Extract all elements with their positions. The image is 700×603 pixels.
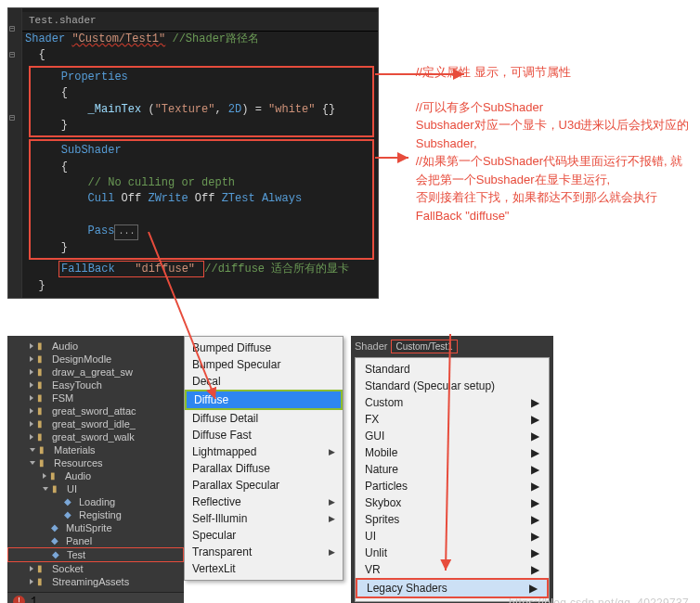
expand-icon[interactable] [30,434,33,440]
code-editor[interactable]: ⊟ ⊟ ⊟ Test.shader Shader "Custom/Test1" … [7,7,379,299]
tree-item[interactable]: ▮Audio [7,469,184,482]
collapse-icon[interactable] [43,487,48,491]
menu-item[interactable]: Parallax Diffuse [185,460,343,477]
status-bar: ! 1 [7,592,184,603]
menu-item[interactable]: Unlit▶ [356,545,549,561]
menu-item[interactable]: Standard (Specular setup) [356,378,549,394]
editor-tab[interactable]: Test.shader [8,12,378,32]
expand-icon[interactable] [30,369,33,375]
tree-item-label: StreamingAssets [52,576,129,587]
menu-item[interactable]: Nature▶ [356,461,549,478]
menu-item[interactable]: Parallax Specular [185,477,343,494]
tree-item[interactable]: ▮draw_a_great_sw [7,366,184,378]
menu-item-legacy-shaders[interactable]: Legacy Shaders▶ [356,578,549,598]
menu-item[interactable]: Sprites▶ [356,511,549,528]
tree-item[interactable]: ◆Test [7,547,184,562]
expand-icon[interactable] [30,343,33,349]
menu-item[interactable]: Bumped Diffuse [185,340,343,356]
tree-item-label: Panel [66,535,92,546]
error-count: 1 [31,596,37,603]
expand-icon[interactable] [30,356,33,362]
folder-icon: ▮ [37,366,48,377]
menu-item[interactable]: Diffuse [185,390,343,410]
expand-icon[interactable] [30,395,33,401]
tree-item[interactable]: ▮StreamingAssets [7,575,184,588]
error-icon[interactable]: ! [13,596,25,603]
menu-item-label: Custom [365,396,403,409]
menu-item[interactable]: Reflective▶ [185,494,343,510]
collapse-icon[interactable] [30,448,35,452]
fold-plus-icon[interactable]: ⊟ [9,112,15,123]
tree-item[interactable]: ▮DesignModle [7,353,184,366]
menu-item[interactable]: Particles▶ [356,478,549,494]
collapse-icon[interactable] [30,461,35,465]
menu-item[interactable]: Decal [185,373,343,390]
menu-item[interactable]: UI▶ [356,528,549,545]
menu-item-label: Reflective [192,495,241,508]
tree-item[interactable]: ▮Socket [7,562,184,575]
expand-icon[interactable] [30,579,33,584]
shader-path-string: "Custom/Test1" [71,32,165,45]
expand-icon[interactable] [30,408,33,414]
tree-item[interactable]: ▮Materials [7,443,184,456]
chevron-right-icon: ▶ [531,446,539,459]
tree-item[interactable]: ◆MutiSprite [7,521,184,534]
expand-icon[interactable] [30,566,33,571]
tree-item[interactable]: ▮Resources [7,456,184,469]
menu-item[interactable]: Custom▶ [356,394,549,411]
menu-item[interactable]: GUI▶ [356,428,549,444]
expand-icon[interactable] [30,382,33,388]
chevron-right-icon: ▶ [531,496,539,509]
tree-item[interactable]: ▮great_sword_attac [7,404,184,417]
shader-submenu[interactable]: Bumped DiffuseBumped SpecularDecalDiffus… [184,336,344,581]
pass-collapsed[interactable]: ... [114,225,138,240]
menu-item[interactable]: Transparent▶ [185,544,343,560]
shader-category-menu[interactable]: StandardStandard (Specular setup)Custom▶… [355,357,550,602]
expand-icon[interactable] [43,473,46,479]
tree-item[interactable]: ▮UI [7,482,184,495]
tree-item[interactable]: ◆Loading [7,495,184,508]
menu-item-label: FX [365,413,379,426]
fold-plus-icon[interactable]: ⊟ [9,49,15,60]
menu-item-label: VR [365,563,381,576]
tree-item-label: Audio [52,340,78,352]
menu-item[interactable]: Self-Illumin▶ [185,510,343,527]
tree-item[interactable]: ◆Panel [7,534,184,547]
menu-item[interactable]: Specular [185,527,343,544]
menu-item[interactable]: Lightmapped▶ [185,443,343,460]
tree-item[interactable]: ▮EasyTouch [7,378,184,391]
menu-item-label: GUI [365,430,384,443]
menu-item[interactable]: Diffuse Detail [185,410,343,427]
code-line: Shader "Custom/Test1" //Shader路径名 [25,32,378,47]
tree-item[interactable]: ▮great_sword_walk [7,430,184,443]
project-tree[interactable]: ▮Audio▮DesignModle▮draw_a_great_sw▮EasyT… [7,336,184,592]
tree-item[interactable]: ▮Audio [7,340,184,353]
tree-item-label: Registing [79,509,122,520]
tree-item-label: Test [67,549,85,560]
menu-item[interactable]: VertexLit [185,560,343,577]
file-icon: ◆ [64,509,75,520]
menu-item-label: VertexLit [192,562,236,575]
fold-plus-icon[interactable]: ⊟ [9,23,15,34]
chevron-right-icon: ▶ [531,513,539,526]
chevron-right-icon: ▶ [329,447,335,456]
tree-item[interactable]: ▮FSM [7,391,184,404]
menu-item[interactable]: Mobile▶ [356,444,549,461]
inspector-panel[interactable]: Shader Custom/Test1 StandardStandard (Sp… [351,336,553,603]
chevron-right-icon: ▶ [329,547,335,557]
menu-item[interactable]: Diffuse Fast [185,427,343,443]
menu-item[interactable]: Bumped Specular [185,356,343,373]
tree-item-label: draw_a_great_sw [52,366,133,378]
menu-item-label: Parallax Diffuse [192,462,270,475]
expand-icon[interactable] [30,421,33,427]
tree-item[interactable]: ▮great_sword_idle_ [7,417,184,430]
menu-item-label: Nature [365,463,398,476]
tree-item[interactable]: ◆Registing [7,508,184,521]
menu-item[interactable]: VR▶ [356,561,549,578]
menu-item[interactable]: Skybox▶ [356,494,549,511]
file-icon: ◆ [64,496,75,507]
shader-dropdown[interactable]: Custom/Test1 [391,340,457,353]
menu-item[interactable]: Standard [356,361,549,378]
tree-item-label: FSM [52,392,73,404]
menu-item[interactable]: FX▶ [356,411,549,428]
